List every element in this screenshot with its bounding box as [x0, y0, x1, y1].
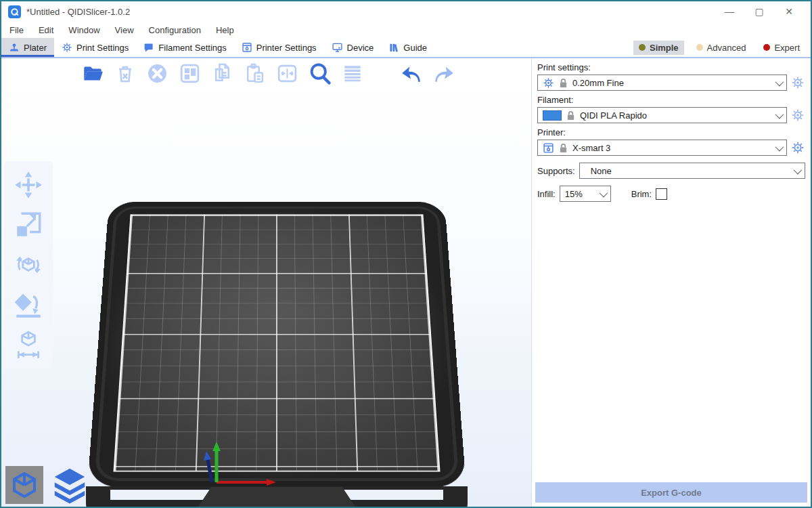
plater-icon [9, 42, 20, 53]
layers-icon [50, 466, 89, 504]
window-title: *Untitled - QIDISlicer-1.0.2 [26, 7, 130, 17]
delete-button[interactable] [112, 61, 137, 86]
export-gcode-button[interactable]: Export G-code [535, 482, 807, 503]
print-settings-value: 0.20mm Fine [572, 78, 624, 88]
paste-button[interactable] [242, 61, 267, 86]
menu-edit[interactable]: Edit [39, 25, 53, 35]
printer-icon [242, 42, 252, 53]
advanced-dot-icon [696, 44, 703, 51]
simple-dot-icon [639, 44, 646, 51]
brim-label: Brim: [631, 189, 652, 199]
cube-icon [9, 470, 39, 500]
preview-view-button[interactable] [49, 465, 90, 505]
lock-icon [559, 143, 568, 153]
supports-label: Supports: [537, 166, 575, 176]
open-file-button[interactable] [80, 61, 105, 86]
print-settings-combo[interactable]: 0.20mm Fine [537, 75, 787, 91]
supports-value: None [591, 166, 612, 176]
edit-printer-button[interactable] [790, 140, 805, 155]
split-button[interactable] [275, 61, 300, 86]
infill-combo[interactable]: 15% [560, 186, 611, 202]
settings-panel: Print settings: 0.20mm Fine Filament: QI… [531, 58, 811, 507]
edit-print-settings-button[interactable] [790, 75, 805, 90]
copy-button[interactable] [210, 61, 235, 86]
tab-guide[interactable]: Guide [381, 38, 434, 57]
maximize-button[interactable]: ▢ [744, 2, 774, 21]
menu-configuration[interactable]: Configuration [149, 25, 201, 35]
title-bar: *Untitled - QIDISlicer-1.0.2 — ▢ ✕ [1, 1, 811, 22]
tab-print-settings[interactable]: Print Settings [54, 38, 136, 57]
tab-printer-settings[interactable]: Printer Settings [234, 38, 324, 57]
device-monitor-icon [332, 42, 343, 53]
chevron-down-icon [599, 188, 608, 197]
redo-button[interactable] [431, 61, 456, 86]
app-window: *Untitled - QIDISlicer-1.0.2 — ▢ ✕ File … [0, 0, 812, 508]
filament-icon [143, 42, 154, 53]
view-toggles [5, 465, 90, 505]
plater-toolbar [80, 61, 456, 86]
printer-icon [543, 142, 554, 154]
mode-selector: Simple Advanced Expert [633, 38, 811, 57]
viewport-3d[interactable] [1, 58, 531, 507]
scale-gizmo-button[interactable] [13, 209, 44, 240]
printer-combo[interactable]: X-smart 3 [537, 140, 787, 156]
print-bed[interactable] [84, 115, 470, 507]
search-button[interactable] [307, 61, 332, 86]
menu-file[interactable]: File [9, 25, 24, 35]
gizmo-toolbar [4, 161, 53, 368]
close-button[interactable]: ✕ [774, 2, 804, 21]
gear-icon [62, 42, 72, 53]
infill-value: 15% [565, 189, 583, 199]
delete-all-button[interactable] [145, 61, 170, 86]
supports-combo[interactable]: None [579, 163, 805, 179]
printer-label: Printer: [537, 127, 805, 137]
printer-value: X-smart 3 [572, 143, 610, 153]
edit-filament-button[interactable] [790, 108, 805, 123]
undo-button[interactable] [399, 61, 424, 86]
mode-expert[interactable]: Expert [758, 41, 805, 55]
gear-icon [543, 77, 554, 89]
brim-checkbox[interactable] [656, 188, 667, 200]
mode-simple[interactable]: Simple [633, 41, 684, 55]
arrange-button[interactable] [177, 61, 202, 86]
origin-axes-icon [189, 421, 291, 492]
move-gizmo-button[interactable] [13, 169, 44, 200]
filament-label: Filament: [537, 95, 805, 105]
lock-icon [566, 110, 575, 121]
lock-icon [559, 78, 568, 88]
filament-combo[interactable]: QIDI PLA Rapido [537, 107, 787, 123]
menu-window[interactable]: Window [68, 25, 99, 35]
tab-plater[interactable]: Plater [1, 38, 54, 57]
variable-layer-height-button[interactable] [340, 61, 365, 86]
guide-books-icon [388, 42, 399, 53]
menu-bar: File Edit Window View Configuration Help [1, 22, 811, 38]
editor-view-button[interactable] [5, 466, 43, 504]
mode-advanced[interactable]: Advanced [691, 41, 752, 55]
chevron-down-icon [794, 165, 803, 174]
place-on-face-gizmo-button[interactable] [13, 289, 44, 320]
menu-help[interactable]: Help [216, 25, 234, 35]
app-logo-icon [8, 5, 21, 18]
filament-value: QIDI PLA Rapido [580, 110, 647, 121]
chevron-down-icon [775, 110, 784, 119]
tab-filament-settings[interactable]: Filament Settings [136, 38, 233, 57]
filament-color-swatch [543, 110, 562, 121]
minimize-button[interactable]: — [715, 2, 744, 21]
measure-gizmo-button[interactable] [13, 329, 44, 360]
infill-label: Infill: [537, 189, 556, 199]
chevron-down-icon [775, 77, 784, 86]
tab-bar: Plater Print Settings Filament Settings … [1, 38, 811, 58]
print-settings-label: Print settings: [537, 62, 805, 72]
rotate-gizmo-button[interactable] [13, 249, 44, 280]
menu-view[interactable]: View [115, 25, 134, 35]
chevron-down-icon [775, 142, 784, 151]
tab-device[interactable]: Device [324, 38, 382, 57]
expert-dot-icon [763, 44, 770, 51]
